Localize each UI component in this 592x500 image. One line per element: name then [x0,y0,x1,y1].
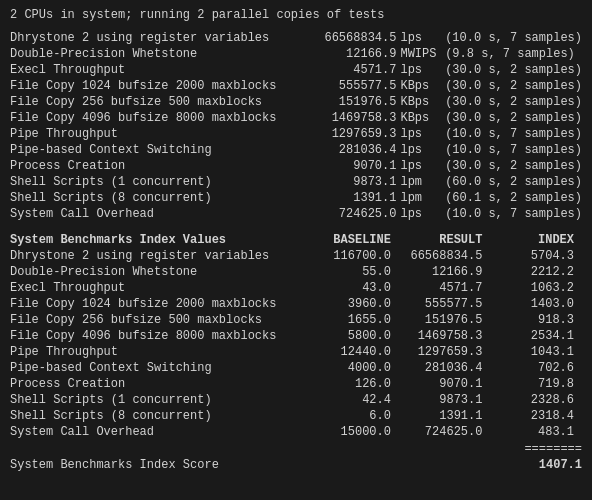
index-row-result: 9070.1 [399,376,491,392]
benchmark-value: 12166.9 [316,46,400,62]
index-row: File Copy 4096 bufsize 8000 maxblocks 58… [10,328,582,344]
benchmark-label: Pipe Throughput [10,126,316,142]
index-row-index: 2534.1 [490,328,582,344]
benchmark-unit: lps [400,30,445,46]
index-row: File Copy 256 bufsize 500 maxblocks 1655… [10,312,582,328]
index-row-index: 702.6 [490,360,582,376]
benchmark-note: (60.0 s, 2 samples) [445,174,582,190]
benchmark-label: Process Creation [10,158,316,174]
benchmark-value: 66568834.5 [316,30,400,46]
header-line: 2 CPUs in system; running 2 parallel cop… [10,8,582,22]
benchmark-label: Pipe-based Context Switching [10,142,316,158]
index-row-label: Pipe-based Context Switching [10,360,307,376]
benchmark-row: File Copy 4096 bufsize 8000 maxblocks 14… [10,110,582,126]
benchmark-row: Double-Precision Whetstone 12166.9 MWIPS… [10,46,582,62]
index-row-label: File Copy 4096 bufsize 8000 maxblocks [10,328,307,344]
benchmark-note: (10.0 s, 7 samples) [445,30,582,46]
benchmark-unit: lps [400,62,445,78]
index-row-label: File Copy 256 bufsize 500 maxblocks [10,312,307,328]
index-row-baseline: 43.0 [307,280,399,296]
benchmark-row: Execl Throughput 4571.7 lps (30.0 s, 2 s… [10,62,582,78]
benchmark-value: 1297659.3 [316,126,400,142]
benchmark-unit: lps [400,158,445,174]
index-row-baseline: 5800.0 [307,328,399,344]
index-row-label: Pipe Throughput [10,344,307,360]
benchmark-label: File Copy 1024 bufsize 2000 maxblocks [10,78,316,94]
index-row-baseline: 6.0 [307,408,399,424]
index-row-label: Dhrystone 2 using register variables [10,248,307,264]
benchmark-label: Double-Precision Whetstone [10,46,316,62]
index-col-result: RESULT [399,232,491,248]
index-row-baseline: 4000.0 [307,360,399,376]
index-row: Pipe Throughput 12440.0 1297659.3 1043.1 [10,344,582,360]
index-row-result: 9873.1 [399,392,491,408]
benchmark-note: (30.0 s, 2 samples) [445,78,582,94]
equals-line: ======== [10,442,582,456]
index-row-baseline: 15000.0 [307,424,399,440]
benchmark-unit: KBps [400,94,445,110]
benchmark-label: Dhrystone 2 using register variables [10,30,316,46]
index-row-baseline: 12440.0 [307,344,399,360]
index-row-index: 1063.2 [490,280,582,296]
benchmark-value: 281036.4 [316,142,400,158]
index-row-result: 1391.1 [399,408,491,424]
index-row-result: 1469758.3 [399,328,491,344]
benchmark-note: (10.0 s, 7 samples) [445,206,582,222]
benchmark-value: 555577.5 [316,78,400,94]
benchmark-row: Shell Scripts (8 concurrent) 1391.1 lpm … [10,190,582,206]
benchmark-label: File Copy 4096 bufsize 8000 maxblocks [10,110,316,126]
index-table: System Benchmarks Index Values BASELINE … [10,232,582,440]
index-row-label: Process Creation [10,376,307,392]
index-row-result: 281036.4 [399,360,491,376]
benchmark-value: 1391.1 [316,190,400,206]
index-row-result: 151976.5 [399,312,491,328]
index-row: Dhrystone 2 using register variables 116… [10,248,582,264]
benchmark-label: Shell Scripts (8 concurrent) [10,190,316,206]
index-row: Shell Scripts (1 concurrent) 42.4 9873.1… [10,392,582,408]
index-row: Execl Throughput 43.0 4571.7 1063.2 [10,280,582,296]
index-header-row: System Benchmarks Index Values BASELINE … [10,232,582,248]
benchmark-value: 151976.5 [316,94,400,110]
benchmark-row: Dhrystone 2 using register variables 665… [10,30,582,46]
benchmark-note: (30.0 s, 2 samples) [445,158,582,174]
index-row-index: 2318.4 [490,408,582,424]
benchmark-note: (10.0 s, 7 samples) [445,126,582,142]
benchmark-results-table: Dhrystone 2 using register variables 665… [10,30,582,222]
benchmark-row: System Call Overhead 724625.0 lps (10.0 … [10,206,582,222]
index-row-index: 483.1 [490,424,582,440]
benchmark-unit: KBps [400,78,445,94]
benchmark-value: 724625.0 [316,206,400,222]
index-row-index: 918.3 [490,312,582,328]
index-row-label: Execl Throughput [10,280,307,296]
index-row: Shell Scripts (8 concurrent) 6.0 1391.1 … [10,408,582,424]
index-col-index: INDEX [490,232,582,248]
index-row-index: 1403.0 [490,296,582,312]
benchmark-row: Pipe-based Context Switching 281036.4 lp… [10,142,582,158]
index-row-result: 1297659.3 [399,344,491,360]
benchmark-unit: lps [400,126,445,142]
index-row-baseline: 3960.0 [307,296,399,312]
index-row-baseline: 55.0 [307,264,399,280]
benchmark-row: Pipe Throughput 1297659.3 lps (10.0 s, 7… [10,126,582,142]
index-row-label: File Copy 1024 bufsize 2000 maxblocks [10,296,307,312]
benchmark-value: 9070.1 [316,158,400,174]
score-value: 1407.1 [539,458,582,472]
index-row-result: 12166.9 [399,264,491,280]
benchmark-note: (30.0 s, 2 samples) [445,94,582,110]
benchmark-unit: lpm [400,174,445,190]
index-row: File Copy 1024 bufsize 2000 maxblocks 39… [10,296,582,312]
benchmark-label: File Copy 256 bufsize 500 maxblocks [10,94,316,110]
benchmark-note: (10.0 s, 7 samples) [445,142,582,158]
index-row-label: Double-Precision Whetstone [10,264,307,280]
benchmark-unit: lps [400,206,445,222]
index-row-result: 555577.5 [399,296,491,312]
index-row-label: Shell Scripts (8 concurrent) [10,408,307,424]
benchmark-row: File Copy 1024 bufsize 2000 maxblocks 55… [10,78,582,94]
index-row-baseline: 116700.0 [307,248,399,264]
index-row-result: 4571.7 [399,280,491,296]
benchmark-note: (9.8 s, 7 samples) [445,46,582,62]
index-row-index: 2212.2 [490,264,582,280]
index-row-index: 719.8 [490,376,582,392]
benchmark-row: Process Creation 9070.1 lps (30.0 s, 2 s… [10,158,582,174]
benchmark-row: Shell Scripts (1 concurrent) 9873.1 lpm … [10,174,582,190]
